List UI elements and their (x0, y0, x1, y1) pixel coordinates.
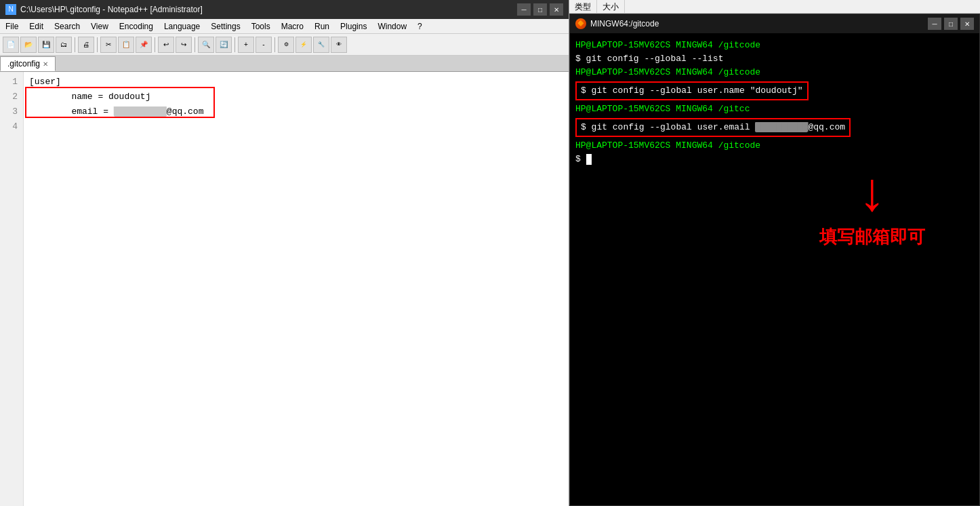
line-numbers: 1 2 3 4 (0, 72, 24, 506)
menu-edit[interactable]: Edit (24, 19, 49, 33)
menu-help[interactable]: ? (412, 19, 428, 33)
toolbar-saveall[interactable]: 🗂 (56, 37, 72, 53)
terminal-line-8: $ (575, 153, 974, 166)
right-panel-header: 类型 大小 (569, 0, 980, 14)
code-line-4 (29, 119, 563, 134)
toolbar-copy[interactable]: 📋 (118, 37, 134, 53)
toolbar-redo[interactable]: ↪ (176, 37, 192, 53)
menu-plugins[interactable]: Plugins (335, 19, 372, 33)
minimize-button[interactable]: ─ (517, 3, 531, 16)
menu-macro[interactable]: Macro (276, 19, 309, 33)
terminal-titlebar-left: 🔶 MINGW64:/gitcode (575, 18, 659, 29)
tab-label: .gitconfig (7, 59, 40, 69)
terminal-dollar: $ (575, 154, 586, 164)
line-num-2: 2 (5, 90, 18, 104)
terminal-window: 🔶 MINGW64:/gitcode ─ □ ✕ HP@LAPTOP-15MV6… (569, 14, 980, 506)
code-line-1: [user] (29, 75, 563, 90)
line-num-3: 3 (5, 104, 18, 119)
terminal-line-6: $ git config --global user.email ███████… (575, 118, 974, 137)
menu-language[interactable]: Language (159, 19, 205, 33)
annotation-container: ↓ 填写邮箱即可 (819, 169, 925, 244)
npp-editor[interactable]: 1 2 3 4 [user] name = doudoutj email = █… (0, 72, 569, 506)
menu-settings[interactable]: Settings (205, 19, 245, 33)
terminal-highlight-2: $ git config --global user.email ███████… (575, 118, 851, 137)
col-type: 类型 (569, 0, 597, 13)
terminal-prompt-2: HP@LAPTOP-15MV62CS MINGW64 /gitcode (575, 67, 760, 77)
code-area[interactable]: [user] name = doudoutj email = █████████… (24, 72, 569, 506)
terminal-titlebar-buttons: ─ □ ✕ (928, 18, 974, 30)
npp-icon: N (5, 4, 16, 15)
close-button[interactable]: ✕ (550, 3, 563, 16)
terminal-line-3: HP@LAPTOP-15MV62CS MINGW64 /gitcode (575, 66, 974, 79)
toolbar-sep1 (75, 37, 75, 52)
menu-search[interactable]: Search (49, 19, 85, 33)
npp-toolbar: 📄 📂 💾 🗂 🖨 ✂ 📋 📌 ↩ ↪ 🔍 🔄 + - ⚙ ⚡ 🔧 👁 (0, 34, 569, 56)
tab-gitconfig[interactable]: .gitconfig ✕ (0, 56, 56, 71)
toolbar-zoom-out[interactable]: - (256, 37, 272, 53)
toolbar-b4[interactable]: 👁 (331, 37, 347, 53)
terminal-close-button[interactable]: ✕ (960, 18, 974, 30)
code-line-3: email = ██████████@qq.com (29, 104, 563, 119)
toolbar-sep4 (195, 37, 195, 52)
annotation-arrow: ↓ (819, 169, 925, 223)
toolbar-sep6 (274, 37, 275, 52)
terminal-line-4: $ git config --global user.name "doudout… (575, 81, 974, 100)
terminal-prompt-4: HP@LAPTOP-15MV62CS MINGW64 /gitcode (575, 140, 760, 151)
toolbar-open[interactable]: 📂 (20, 37, 37, 53)
terminal-body[interactable]: HP@LAPTOP-15MV62CS MINGW64 /gitcode $ gi… (570, 33, 979, 505)
toolbar-b3[interactable]: 🔧 (313, 37, 329, 53)
terminal-line-7: HP@LAPTOP-15MV62CS MINGW64 /gitcode (575, 139, 974, 153)
tab-close-icon[interactable]: ✕ (43, 60, 48, 68)
terminal-line-1: HP@LAPTOP-15MV62CS MINGW64 /gitcode (575, 39, 974, 52)
toolbar-undo[interactable]: ↩ (158, 37, 174, 53)
notepad-window: N C:\Users\HP\.gitconfig - Notepad++ [Ad… (0, 0, 569, 506)
menu-tools[interactable]: Tools (246, 19, 276, 33)
toolbar-sep2 (97, 37, 98, 52)
terminal-minimize-button[interactable]: ─ (928, 18, 941, 30)
line-num-1: 1 (5, 75, 18, 90)
toolbar-save[interactable]: 💾 (38, 37, 54, 53)
toolbar-paste[interactable]: 📌 (136, 37, 152, 53)
annotation-text: 填写邮箱即可 (819, 230, 925, 244)
terminal-maximize-button[interactable]: □ (944, 18, 958, 30)
npp-tabs: .gitconfig ✕ (0, 56, 569, 72)
line-num-4: 4 (5, 119, 18, 134)
terminal-cmd-1: $ git config --global --list (575, 54, 723, 64)
terminal-prompt-1: HP@LAPTOP-15MV62CS MINGW64 /gitcode (575, 40, 760, 50)
menu-encoding[interactable]: Encoding (114, 19, 159, 33)
toolbar-zoom-in[interactable]: + (238, 37, 254, 53)
npp-titlebar-buttons: ─ □ ✕ (517, 3, 563, 16)
npp-titlebar: N C:\Users\HP\.gitconfig - Notepad++ [Ad… (0, 0, 569, 19)
toolbar-replace[interactable]: 🔄 (216, 37, 232, 53)
menu-window[interactable]: Window (372, 19, 412, 33)
npp-menubar: File Edit Search View Encoding Language … (0, 19, 569, 34)
terminal-highlight-1: $ git config --global user.name "doudout… (575, 81, 809, 100)
terminal-cmd-3: $ git config --global user.email ███████… (581, 122, 845, 132)
npp-title: C:\Users\HP\.gitconfig - Notepad++ [Admi… (20, 5, 203, 14)
toolbar-sep5 (234, 37, 235, 52)
menu-file[interactable]: File (0, 19, 24, 33)
menu-run[interactable]: Run (309, 19, 335, 33)
mingw-icon: 🔶 (575, 18, 586, 29)
toolbar-sep3 (155, 37, 155, 52)
toolbar-cut[interactable]: ✂ (100, 37, 117, 53)
menu-view[interactable]: View (85, 19, 114, 33)
terminal-title: MINGW64:/gitcode (590, 19, 659, 28)
terminal-line-2: $ git config --global --list (575, 52, 974, 66)
toolbar-new[interactable]: 📄 (3, 37, 19, 53)
col-size: 大小 (597, 0, 625, 13)
maximize-button[interactable]: □ (533, 3, 547, 16)
terminal-cursor (586, 154, 592, 165)
terminal-prompt-3: HP@LAPTOP-15MV62CS MINGW64 /gitcc (575, 104, 750, 114)
terminal-line-5: HP@LAPTOP-15MV62CS MINGW64 /gitcc (575, 102, 974, 116)
code-line-2: name = doudoutj (29, 90, 563, 104)
toolbar-b2[interactable]: ⚡ (295, 37, 312, 53)
toolbar-print[interactable]: 🖨 (78, 37, 94, 53)
terminal-titlebar: 🔶 MINGW64:/gitcode ─ □ ✕ (570, 14, 979, 33)
toolbar-b1[interactable]: ⚙ (278, 37, 294, 53)
terminal-cmd-2: $ git config --global user.name "doudout… (581, 85, 803, 96)
npp-titlebar-left: N C:\Users\HP\.gitconfig - Notepad++ [Ad… (5, 4, 203, 15)
toolbar-find[interactable]: 🔍 (198, 37, 214, 53)
